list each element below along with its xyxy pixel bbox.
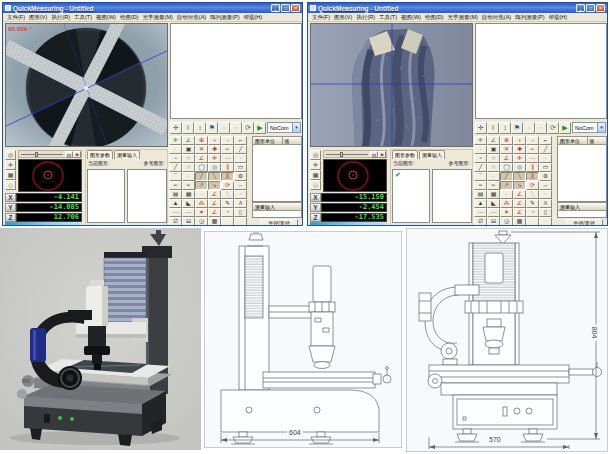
tool-x-mark[interactable]: ✕ — [195, 145, 208, 154]
marker-flag-icon[interactable]: ⚑ — [73, 151, 81, 158]
tool-dot-1[interactable]: · — [474, 145, 487, 154]
zoom-slider[interactable]: m ⚑ — [323, 150, 387, 158]
tab-graphic-params[interactable]: 图形参数 — [87, 150, 113, 159]
tool-grid[interactable]: ▦ — [310, 170, 321, 180]
measure-input-area[interactable] — [252, 211, 302, 218]
tool-corner[interactable]: ⌐ — [539, 136, 552, 145]
tool-spare-1[interactable]: · — [526, 217, 539, 226]
tool-angle-4[interactable]: ∠ — [208, 199, 221, 208]
units-header[interactable]: 图形单位 — [557, 136, 587, 145]
tool-flag-tool[interactable]: ⚑ — [206, 122, 218, 134]
tool-dim-h[interactable]: ⊟ — [182, 217, 195, 226]
tool-distance-3[interactable]: ╳ — [221, 172, 234, 181]
tool-dot-4[interactable]: · — [195, 190, 208, 199]
tool-quadrant[interactable]: ◶ — [500, 217, 513, 226]
tool-circle-center[interactable]: ⊕ — [500, 136, 513, 145]
tool-hatch[interactable]: ▩ — [513, 217, 526, 226]
tool-star[interactable]: ✶ — [500, 208, 513, 217]
menu-item-2[interactable]: 执行(R) — [49, 13, 72, 22]
tool-line-2[interactable]: ╱ — [474, 163, 487, 172]
tool-equal[interactable]: ＝ — [221, 145, 234, 154]
tool-dot-4[interactable]: · — [500, 190, 513, 199]
tool-angle-green[interactable]: ∠ — [487, 136, 500, 145]
tool-pen[interactable]: ✎ — [221, 199, 234, 208]
radius-diameter-button[interactable]: 半径/直径 — [260, 219, 298, 226]
menu-item-9[interactable]: 帮助(H) — [241, 13, 264, 22]
tool-scatter[interactable]: ⁂ — [500, 199, 513, 208]
tool-ibeam-tool[interactable]: Ｉ — [487, 122, 499, 134]
tool-disabled-2[interactable]: ▫ — [535, 122, 547, 134]
units-header[interactable]: 图形单位 — [252, 136, 282, 145]
tool-ibeam-tool[interactable]: Ｉ — [182, 122, 194, 134]
tool-minus[interactable]: － — [221, 136, 234, 145]
tool-distance-2[interactable]: ╲ — [513, 172, 526, 181]
tool-equal-2[interactable]: ＝ — [169, 181, 182, 190]
reference-figure-list[interactable] — [127, 169, 167, 223]
tool-angle-green[interactable]: ∠ — [182, 136, 195, 145]
tool-spare-2[interactable]: · — [234, 217, 247, 226]
radius-diameter-button[interactable]: 半径/直径 — [565, 219, 603, 226]
tool-equal-3[interactable]: ＝ — [182, 181, 195, 190]
maximize-button[interactable]: □ — [586, 4, 595, 12]
tool-spare-1[interactable]: · — [221, 217, 234, 226]
measure-input-area[interactable] — [557, 211, 607, 218]
zoom-slider[interactable]: m ⚑ — [18, 150, 82, 158]
tool-square[interactable]: ▫ — [169, 154, 182, 163]
marker-flag-icon[interactable]: ⚑ — [378, 151, 386, 158]
tool-corner[interactable]: ⌐ — [234, 136, 247, 145]
value-header[interactable]: 值 — [587, 136, 607, 145]
tool-ring-double[interactable]: ◎ — [513, 163, 526, 172]
tool-rectangle[interactable]: ▭ — [539, 163, 552, 172]
tab-measure-input[interactable]: 测量输入 — [114, 150, 140, 159]
tool-angle-5[interactable]: ∠ — [208, 208, 221, 217]
tool-refresh-tool[interactable]: ⟳ — [242, 122, 254, 134]
tool-compass[interactable]: ◎ — [5, 150, 16, 160]
tool-disabled-3[interactable]: ╲ — [526, 190, 539, 199]
tool-triangle-2[interactable]: ◣ — [182, 199, 195, 208]
tool-more-1[interactable]: ⋯ — [474, 208, 487, 217]
tool-dim-h[interactable]: ⊟ — [487, 217, 500, 226]
tool-dot-2[interactable]: · — [234, 154, 247, 163]
tool-disabled-4[interactable]: ▫ — [539, 190, 552, 199]
slider-thumb[interactable] — [35, 152, 38, 157]
tool-rectangle[interactable]: ▭ — [234, 163, 247, 172]
tool-circle-small[interactable]: ○ — [487, 154, 500, 163]
units-list[interactable] — [557, 145, 607, 202]
tool-circle-center[interactable]: ⊕ — [195, 136, 208, 145]
tool-parallel[interactable]: ∥ — [221, 163, 234, 172]
tool-arrows-h[interactable]: ↔ — [234, 181, 247, 190]
minimize-button[interactable]: _ — [271, 4, 280, 12]
tool-image-1[interactable]: ▤ — [169, 190, 182, 199]
results-panel[interactable] — [475, 23, 607, 119]
tool-gear[interactable]: ⚙ — [234, 172, 247, 181]
tool-disabled-1[interactable]: ▫ — [523, 122, 535, 134]
tool-arrows-h[interactable]: ↔ — [539, 181, 552, 190]
menu-item-8[interactable]: 阵列测量(P) — [208, 13, 241, 22]
tool-hatch[interactable]: ▩ — [208, 217, 221, 226]
tool-angle-4[interactable]: ∠ — [513, 199, 526, 208]
menu-item-3[interactable]: 工具(T) — [72, 13, 94, 22]
tool-equal[interactable]: ＝ — [526, 145, 539, 154]
tool-dot-3[interactable]: · — [182, 172, 195, 181]
tab-graphic-params[interactable]: 图形参数 — [392, 150, 418, 159]
tool-arrow-ne[interactable]: ↗ — [500, 181, 513, 190]
tool-equal-2[interactable]: ＝ — [474, 181, 487, 190]
tool-scatter[interactable]: ⁂ — [195, 199, 208, 208]
results-panel[interactable] — [170, 23, 302, 119]
tool-more-2[interactable]: ⋯ — [487, 208, 500, 217]
unit-button[interactable]: m — [370, 151, 378, 158]
menu-item-1[interactable]: 图形(V) — [332, 13, 354, 22]
slider-track[interactable] — [326, 154, 368, 155]
tool-line-2[interactable]: ╱ — [169, 163, 182, 172]
com-port-select[interactable]: NoCom ▾ — [267, 122, 301, 133]
tool-cross-red[interactable]: ✛ — [208, 154, 221, 163]
menu-item-6[interactable]: 光学测量(M) — [446, 13, 480, 22]
unit-button[interactable]: m — [65, 151, 73, 158]
tool-run-tool[interactable]: ▶ — [254, 122, 266, 134]
tool-compass[interactable]: ◎ — [310, 150, 321, 160]
menu-item-7[interactable]: 自动对焦(A) — [480, 13, 513, 22]
tool-cross[interactable]: ＋ — [513, 136, 526, 145]
tool-ring-double[interactable]: ◎ — [208, 163, 221, 172]
tool-grid[interactable]: ▦ — [5, 170, 16, 180]
tool-arrow-ne[interactable]: ↗ — [195, 181, 208, 190]
